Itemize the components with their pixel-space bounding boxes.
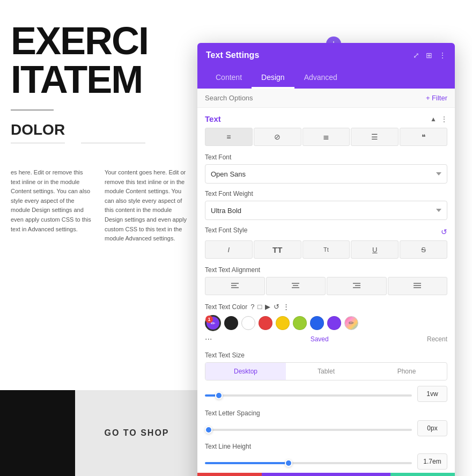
fullscreen-icon[interactable]: ⤢ bbox=[413, 51, 419, 60]
tab-content[interactable]: Content bbox=[206, 68, 252, 89]
color-row-header: Text Text Color ? □ ▶ ↺ ⋮ bbox=[205, 303, 447, 311]
swatch-yellow[interactable] bbox=[276, 316, 290, 330]
style-underline-btn[interactable]: U bbox=[351, 240, 399, 259]
more-icon[interactable]: ⋮ bbox=[439, 51, 446, 60]
align-btn-slash[interactable]: ⊘ bbox=[254, 128, 301, 146]
style-buttons: I TT Tt U S bbox=[205, 240, 447, 259]
svg-rect-5 bbox=[292, 287, 299, 288]
text-section-title: Text bbox=[205, 114, 221, 123]
size-label: Text Text Size bbox=[205, 351, 447, 359]
text-align-buttons bbox=[205, 277, 447, 295]
svg-rect-9 bbox=[414, 283, 421, 284]
swatch-purple[interactable] bbox=[327, 316, 341, 330]
color-more-btn[interactable]: ··· bbox=[205, 334, 212, 344]
font-style-row: Text Font Style ↺ bbox=[205, 226, 447, 237]
letter-spacing-value[interactable]: 0px bbox=[417, 420, 447, 436]
align-justify-btn[interactable] bbox=[388, 277, 448, 295]
collapse-icon[interactable]: ▲ bbox=[430, 115, 437, 123]
active-color-swatch[interactable]: 1 ✏ bbox=[205, 315, 221, 331]
swatch-black[interactable] bbox=[224, 316, 238, 330]
col-text-right: Your content goes here. Edit or remove t… bbox=[105, 168, 188, 244]
alignment-row: ≡ ⊘ ≣ ☰ ❝ bbox=[205, 128, 447, 146]
svg-rect-6 bbox=[353, 283, 360, 284]
size-value[interactable]: 1vw bbox=[417, 386, 447, 402]
columns-icon[interactable]: ⊞ bbox=[426, 51, 432, 60]
cancel-button[interactable]: ✕ bbox=[197, 473, 262, 476]
tab-advanced[interactable]: Advanced bbox=[294, 68, 347, 89]
panel-footer: ✕ ↺ ↻ ✓ bbox=[197, 473, 455, 476]
line-height-value[interactable]: 1.7em bbox=[417, 453, 447, 470]
letter-spacing-slider[interactable] bbox=[205, 429, 412, 431]
svg-rect-3 bbox=[292, 283, 299, 284]
color-device-icon[interactable]: □ bbox=[257, 303, 262, 311]
subtitle2 bbox=[81, 121, 145, 138]
color-more-icon[interactable]: ⋮ bbox=[283, 303, 290, 311]
confirm-button[interactable]: ✓ bbox=[390, 473, 455, 476]
panel-body[interactable]: Text ▲ ⋮ ≡ ⊘ ≣ ☰ ❝ Text Font Open Sans T… bbox=[197, 108, 455, 473]
tablet-tab[interactable]: Tablet bbox=[286, 363, 366, 380]
weight-label: Text Font Weight bbox=[205, 190, 447, 197]
svg-rect-11 bbox=[414, 287, 421, 288]
letter-spacing-label: Text Letter Spacing bbox=[205, 409, 447, 417]
search-bar: + Filter bbox=[197, 89, 455, 108]
weight-field: Text Font Weight Ultra Bold bbox=[205, 190, 447, 226]
swatch-white[interactable] bbox=[241, 316, 255, 330]
align-btn-quote[interactable]: ❝ bbox=[400, 128, 447, 146]
style-strike-btn[interactable]: S bbox=[400, 240, 447, 259]
tab-design[interactable]: Design bbox=[252, 68, 294, 89]
search-input[interactable] bbox=[205, 94, 399, 102]
style-italic-btn[interactable]: I bbox=[205, 240, 253, 259]
align-btn-list[interactable]: ≣ bbox=[303, 128, 350, 146]
size-slider[interactable] bbox=[205, 394, 412, 397]
font-field: Text Font Open Sans bbox=[205, 153, 447, 190]
go-to-shop-label[interactable]: GO TO SHOP bbox=[104, 428, 169, 438]
section-more-icon[interactable]: ⋮ bbox=[441, 115, 447, 123]
align-btn-center[interactable]: ≡ bbox=[205, 128, 253, 146]
size-section: Text Text Size Desktop Tablet Phone 1vw bbox=[205, 351, 447, 402]
align-center-btn[interactable] bbox=[266, 277, 326, 295]
panel-header-icons: ⤢ ⊞ ⋮ bbox=[413, 51, 446, 60]
panel-header: Text Settings ⤢ ⊞ ⋮ bbox=[197, 43, 455, 68]
color-label: Text Text Color bbox=[205, 303, 247, 311]
settings-panel: Text Settings ⤢ ⊞ ⋮ Content Design Advan… bbox=[197, 43, 455, 476]
svg-rect-4 bbox=[293, 285, 298, 286]
align-btn-indent[interactable]: ☰ bbox=[351, 128, 399, 146]
svg-rect-1 bbox=[231, 285, 237, 286]
style-reset-icon[interactable]: ↺ bbox=[441, 228, 447, 236]
custom-color-btn[interactable]: ✏ bbox=[344, 316, 358, 330]
redo-button[interactable]: ↻ bbox=[326, 473, 390, 476]
alignment-label: Text Text Alignment bbox=[205, 266, 447, 274]
undo-button[interactable]: ↺ bbox=[262, 473, 326, 476]
color-swatches: 1 ✏ ✏ bbox=[205, 315, 447, 331]
align-left-btn[interactable] bbox=[205, 277, 265, 295]
section-controls: ▲ ⋮ bbox=[430, 115, 447, 123]
filter-button[interactable]: + Filter bbox=[426, 94, 447, 102]
swatch-red[interactable] bbox=[259, 316, 272, 330]
svg-rect-10 bbox=[414, 285, 421, 286]
style-tt-btn[interactable]: TT bbox=[254, 240, 301, 259]
font-select[interactable]: Open Sans bbox=[205, 164, 447, 184]
size-slider-row: 1vw bbox=[205, 386, 447, 402]
line-height-slider[interactable] bbox=[205, 462, 412, 464]
letter-spacing-slider-row: 0px bbox=[205, 420, 447, 436]
color-recent-tab[interactable]: Recent bbox=[427, 335, 447, 343]
color-undo-icon[interactable]: ↺ bbox=[274, 303, 279, 311]
desktop-tab[interactable]: Desktop bbox=[205, 363, 286, 380]
swatch-blue[interactable] bbox=[310, 316, 324, 330]
hero-divider bbox=[11, 109, 54, 111]
style-label: Text Font Style bbox=[205, 226, 441, 234]
bottom-right-section: GO TO SHOP bbox=[75, 390, 198, 476]
panel-title: Text Settings bbox=[206, 50, 259, 60]
color-help-icon[interactable]: ? bbox=[250, 303, 254, 311]
svg-rect-7 bbox=[355, 285, 360, 286]
color-pointer-icon[interactable]: ▶ bbox=[265, 303, 270, 311]
color-saved-tab[interactable]: Saved bbox=[311, 335, 329, 343]
subtitle-divider bbox=[11, 143, 65, 143]
swatch-green[interactable] bbox=[293, 316, 307, 330]
phone-tab[interactable]: Phone bbox=[366, 363, 447, 380]
style-tt-small-btn[interactable]: Tt bbox=[303, 240, 350, 259]
weight-select[interactable]: Ultra Bold bbox=[205, 201, 447, 220]
align-right-btn[interactable] bbox=[327, 277, 387, 295]
size-slider-container bbox=[205, 389, 412, 399]
subtitle2-divider bbox=[81, 143, 145, 143]
